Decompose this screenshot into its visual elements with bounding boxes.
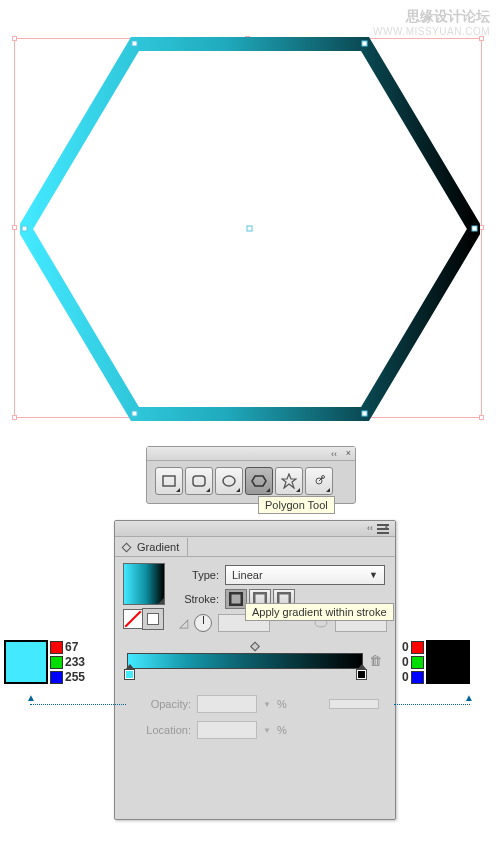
flare-tool[interactable] [305, 467, 333, 495]
stroke-label: Stroke: [179, 593, 219, 605]
palette-header[interactable]: ‹‹ × [147, 447, 355, 461]
resize-handle-l[interactable] [12, 225, 17, 230]
svg-rect-6 [22, 226, 27, 231]
location-label: Location: [131, 724, 191, 736]
resize-handle-tl[interactable] [12, 36, 17, 41]
green-chip-icon [411, 656, 424, 669]
polygon-tool[interactable] [245, 467, 273, 495]
dropdown-arrow-icon: ▼ [369, 570, 378, 580]
svg-rect-7 [247, 226, 252, 231]
star-tool[interactable] [275, 467, 303, 495]
right-color-callout: 0 0 0 [402, 640, 496, 684]
no-fill-swatch[interactable] [123, 609, 143, 629]
svg-rect-3 [472, 226, 477, 231]
stroke-tooltip: Apply gradient within stroke [245, 603, 394, 621]
collapse-icon[interactable]: ‹‹ [367, 523, 373, 533]
svg-rect-2 [362, 41, 367, 46]
angle-delta-icon: ◿ [179, 616, 188, 630]
diamond-icon [122, 543, 132, 553]
trash-icon[interactable]: 🗑 [369, 653, 383, 667]
collapse-icon[interactable]: ‹‹ [331, 449, 337, 459]
red-chip-icon [411, 641, 424, 654]
blue-chip-icon [411, 671, 424, 684]
type-value: Linear [232, 569, 263, 581]
callout-line-left [30, 704, 126, 705]
opacity-label: Opacity: [131, 698, 191, 710]
stroke-swatch[interactable] [143, 609, 163, 629]
midpoint-diamond[interactable] [250, 642, 260, 652]
stroke-gradient-within-button[interactable] [225, 589, 247, 609]
polygon-tooltip: Polygon Tool [258, 496, 335, 514]
opacity-preview [329, 699, 379, 709]
green-chip-icon [50, 656, 63, 669]
ellipse-tool[interactable] [215, 467, 243, 495]
gradient-slider[interactable]: 🗑 [127, 643, 383, 687]
b-value: 0 [402, 670, 409, 684]
type-label: Type: [179, 569, 219, 581]
panel-menu-icon[interactable] [377, 524, 389, 534]
g-value: 0 [402, 655, 409, 669]
cyan-swatch [4, 640, 48, 684]
pct-label: % [277, 724, 287, 736]
gradient-tab-label: Gradient [137, 541, 179, 553]
panel-tabs: Gradient [115, 537, 395, 557]
angle-dial[interactable] [194, 614, 212, 632]
svg-marker-11 [252, 476, 266, 486]
red-chip-icon [50, 641, 63, 654]
close-icon[interactable]: × [346, 448, 351, 458]
svg-rect-5 [132, 411, 137, 416]
svg-rect-16 [230, 593, 242, 605]
svg-rect-8 [163, 476, 175, 486]
dropdown-arrow-icon: ▼ [263, 700, 271, 709]
b-value: 255 [65, 670, 85, 684]
black-swatch [426, 640, 470, 684]
arrow-up-icon: ▲ [464, 692, 474, 703]
gradient-panel[interactable]: ‹‹ × Gradient Type: Linear ▼ Stroke: [114, 520, 396, 820]
artboard[interactable] [8, 22, 492, 440]
svg-rect-9 [193, 476, 205, 486]
g-value: 233 [65, 655, 85, 669]
rounded-rectangle-tool[interactable] [185, 467, 213, 495]
gradient-stop-right[interactable] [356, 669, 367, 682]
gradient-tab[interactable]: Gradient [115, 538, 188, 556]
gradient-stop-left[interactable] [124, 669, 135, 682]
gradient-ramp[interactable] [127, 653, 363, 669]
blue-chip-icon [50, 671, 63, 684]
rectangle-tool[interactable] [155, 467, 183, 495]
svg-point-10 [223, 476, 235, 486]
resize-handle-bl[interactable] [12, 415, 17, 420]
callout-line-right [394, 704, 470, 705]
gradient-preview[interactable] [123, 563, 165, 605]
r-value: 67 [65, 640, 78, 654]
r-value: 0 [402, 640, 409, 654]
opacity-input [197, 695, 257, 713]
pct-label: % [277, 698, 287, 710]
panel-header[interactable]: ‹‹ × [115, 521, 395, 537]
svg-rect-4 [362, 411, 367, 416]
left-color-callout: 67 233 255 [4, 640, 98, 684]
arrow-up-icon: ▲ [26, 692, 36, 703]
gradient-type-select[interactable]: Linear ▼ [225, 565, 385, 585]
svg-marker-12 [282, 474, 296, 488]
svg-rect-1 [132, 41, 137, 46]
location-input [197, 721, 257, 739]
hexagon-shape[interactable] [20, 36, 480, 422]
dropdown-arrow-icon: ▼ [263, 726, 271, 735]
